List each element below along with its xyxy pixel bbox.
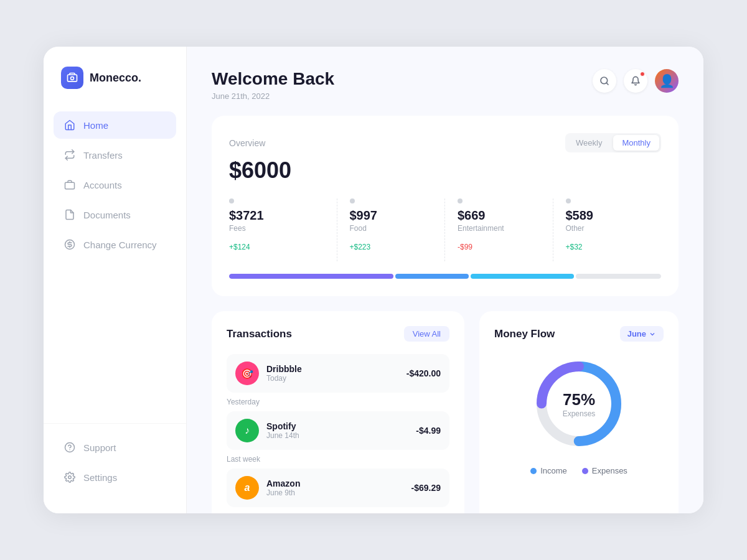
view-all-button[interactable]: View All bbox=[404, 326, 449, 342]
transfers-icon bbox=[63, 149, 76, 161]
sidebar-item-accounts[interactable]: Accounts bbox=[54, 171, 176, 198]
sidebar-item-transfers[interactable]: Transfers bbox=[54, 141, 176, 169]
progress-bar bbox=[229, 274, 661, 279]
documents-icon bbox=[63, 208, 76, 221]
cat-amount-fees: $3721 bbox=[229, 208, 324, 223]
money-flow-title: Money Flow bbox=[494, 328, 555, 340]
progress-entertainment bbox=[471, 274, 575, 279]
sidebar-item-support[interactable]: Support bbox=[54, 434, 176, 461]
transactions-header: Transactions View All bbox=[227, 326, 449, 342]
categories-grid: $3721 Fees +$124 $997 Food +$223 $669 En… bbox=[229, 198, 661, 261]
txn-name-spotify: Spotify bbox=[266, 421, 408, 431]
weekly-button[interactable]: Weekly bbox=[567, 135, 611, 151]
txn-name-dribbble: Dribbble bbox=[266, 364, 399, 374]
transaction-item-amazon: a Amazon June 9th -$69.29 bbox=[227, 469, 449, 507]
home-icon bbox=[63, 119, 76, 131]
txn-name-amazon: Amazon bbox=[266, 478, 404, 488]
monthly-button[interactable]: Monthly bbox=[613, 135, 659, 151]
sidebar-bottom: Support Settings bbox=[44, 423, 186, 493]
income-dot bbox=[530, 468, 537, 474]
period-toggle: Weekly Monthly bbox=[565, 133, 661, 152]
cat-label-food: Food bbox=[350, 224, 433, 233]
main-content: Welcome Back June 21th, 2022 👤 bbox=[187, 47, 703, 513]
donut-chart: 75% Expenses bbox=[494, 354, 664, 454]
donut-center: 75% Expenses bbox=[563, 390, 596, 418]
settings-icon bbox=[63, 471, 76, 483]
progress-fees bbox=[229, 274, 393, 279]
txn-info-spotify: Spotify June 14th bbox=[266, 421, 408, 440]
cat-label-fees: Fees bbox=[229, 224, 324, 233]
cat-amount-food: $997 bbox=[350, 208, 433, 223]
income-label: Income bbox=[540, 466, 567, 475]
money-flow-header: Money Flow June bbox=[494, 326, 664, 342]
expenses-label: Expenses bbox=[592, 466, 627, 475]
month-selector[interactable]: June bbox=[620, 326, 664, 342]
amazon-icon: a bbox=[235, 476, 259, 500]
overview-header: Overview Weekly Monthly bbox=[229, 133, 661, 152]
group-label-yesterday: Yesterday bbox=[227, 398, 449, 406]
svg-point-1 bbox=[71, 77, 74, 80]
transaction-item-spotify: ♪ Spotify June 14th -$4.99 bbox=[227, 411, 449, 450]
txn-info-dribbble: Dribbble Today bbox=[266, 364, 399, 383]
legend-income: Income bbox=[530, 466, 567, 475]
cat-label-entertainment: Entertainment bbox=[458, 224, 540, 233]
donut-percentage: 75% bbox=[563, 390, 596, 409]
donut-sublabel: Expenses bbox=[563, 409, 596, 418]
main-nav: Home Transfers bbox=[44, 111, 186, 423]
sidebar-item-transfers-label: Transfers bbox=[83, 150, 123, 161]
category-food: $997 Food +$223 bbox=[337, 198, 446, 261]
overview-amount: $6000 bbox=[229, 157, 661, 184]
page-title: Welcome Back bbox=[212, 69, 334, 89]
cat-change-other: +$32 bbox=[566, 243, 649, 251]
accounts-icon bbox=[63, 179, 76, 191]
transaction-item-dribbble: 🎯 Dribbble Today -$420.00 bbox=[227, 354, 449, 393]
cat-amount-entertainment: $669 bbox=[458, 208, 540, 223]
sidebar-item-home[interactable]: Home bbox=[54, 111, 176, 139]
header-date: June 21th, 2022 bbox=[212, 91, 334, 101]
svg-line-10 bbox=[606, 83, 608, 85]
cat-amount-other: $589 bbox=[566, 208, 649, 223]
txn-amount-dribbble: -$420.00 bbox=[406, 368, 441, 378]
sidebar-item-support-label: Support bbox=[83, 442, 116, 453]
group-label-lastweek: Last week bbox=[227, 455, 449, 464]
sidebar-item-settings-label: Settings bbox=[83, 472, 117, 483]
sidebar-item-documents[interactable]: Documents bbox=[54, 201, 176, 228]
search-button[interactable] bbox=[593, 69, 616, 93]
dribbble-icon: 🎯 bbox=[235, 362, 259, 385]
bottom-row: Transactions View All 🎯 Dribbble Today -… bbox=[212, 311, 679, 513]
header-text: Welcome Back June 21th, 2022 bbox=[212, 69, 334, 101]
user-avatar[interactable]: 👤 bbox=[655, 69, 679, 93]
notification-badge bbox=[640, 72, 645, 77]
sidebar-item-settings[interactable]: Settings bbox=[54, 464, 176, 491]
txn-amount-amazon: -$69.29 bbox=[411, 483, 441, 493]
txn-amount-spotify: -$4.99 bbox=[416, 426, 441, 436]
cat-change-fees: +$124 bbox=[229, 243, 324, 251]
notifications-button[interactable] bbox=[624, 69, 647, 93]
legend-expenses: Expenses bbox=[582, 466, 627, 475]
support-icon bbox=[63, 441, 76, 454]
category-entertainment: $669 Entertainment -$99 bbox=[445, 198, 553, 261]
cat-label-other: Other bbox=[566, 224, 649, 233]
svg-rect-0 bbox=[68, 75, 77, 82]
cat-dot bbox=[229, 198, 234, 203]
progress-other bbox=[576, 274, 661, 279]
category-other: $589 Other +$32 bbox=[553, 198, 662, 261]
logo-icon bbox=[61, 67, 83, 89]
sidebar-item-change-currency[interactable]: Change Currency bbox=[54, 231, 176, 258]
cat-dot bbox=[350, 198, 355, 203]
logo-area: Monecco. bbox=[44, 67, 186, 111]
svg-point-8 bbox=[68, 476, 72, 479]
sidebar-item-change-currency-label: Change Currency bbox=[83, 240, 157, 250]
cat-dot bbox=[566, 198, 571, 203]
app-container: Monecco. Home bbox=[44, 47, 703, 513]
money-flow-card: Money Flow June bbox=[479, 311, 679, 513]
svg-rect-2 bbox=[65, 182, 75, 189]
sidebar: Monecco. Home bbox=[44, 47, 187, 513]
txn-date-spotify: June 14th bbox=[266, 431, 408, 440]
page-header: Welcome Back June 21th, 2022 👤 bbox=[212, 69, 679, 101]
currency-icon bbox=[63, 238, 76, 251]
transactions-card: Transactions View All 🎯 Dribbble Today -… bbox=[212, 311, 464, 513]
sidebar-item-home-label: Home bbox=[83, 120, 108, 131]
header-actions: 👤 bbox=[593, 69, 679, 93]
overview-label: Overview bbox=[229, 138, 265, 148]
